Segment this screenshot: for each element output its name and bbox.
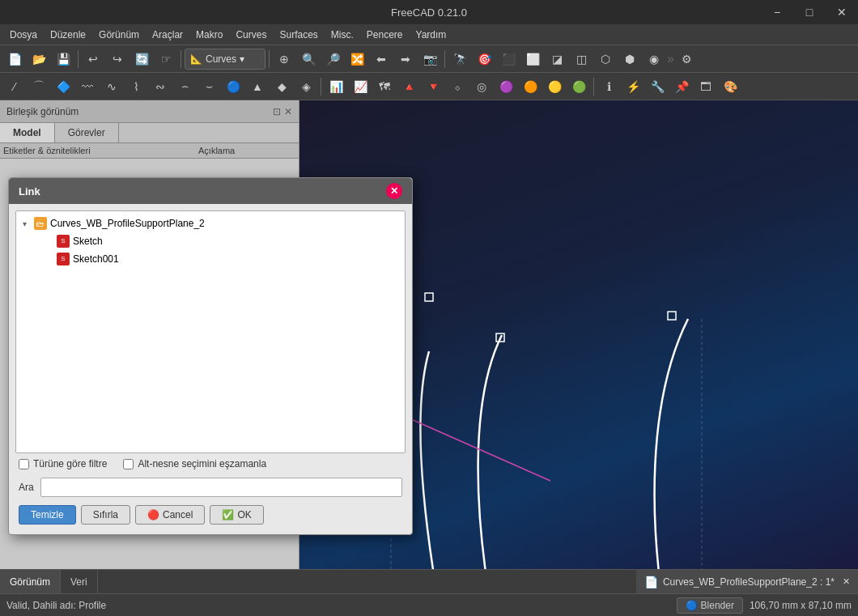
misc-btn-3[interactable]: 🔧 — [646, 75, 669, 98]
curve-btn-11[interactable]: ▲ — [246, 75, 269, 98]
col-header-desc: Açıklama — [198, 146, 295, 155]
bottom-tab-bar: Görünüm Veri 📄 Curves_WB_ProfileSupportP… — [0, 569, 858, 593]
tab-gorevler[interactable]: Görevler — [55, 123, 119, 142]
status-bar: Valid, Dahili adı: Profile 🔵 Blender 106… — [0, 593, 858, 616]
view-btn-5[interactable]: ◪ — [546, 48, 568, 70]
maximize-button[interactable]: □ — [793, 0, 826, 24]
tab-gorunum[interactable]: Görünüm — [0, 570, 61, 593]
sifirla-button[interactable]: Sıfırla — [81, 505, 130, 525]
close-button[interactable]: ✕ — [826, 0, 858, 24]
menu-duzenle[interactable]: Düzenle — [44, 27, 92, 43]
filter-checkbox[interactable] — [19, 459, 29, 469]
curve-btn-7[interactable]: ∾ — [149, 75, 172, 98]
modal-close-button[interactable]: ✕ — [386, 183, 402, 199]
nav-btn-3[interactable]: ➡ — [394, 48, 417, 70]
curve-btn-1[interactable]: ∕ — [3, 75, 26, 98]
doc-tab[interactable]: 📄 Curves_WB_ProfileSupportPlane_2 : 1* ✕ — [636, 570, 858, 593]
misc-btn-6[interactable]: 🎨 — [719, 75, 741, 98]
temizle-button[interactable]: Temizle — [19, 505, 76, 525]
curve-btn-13[interactable]: ◈ — [295, 75, 317, 98]
surf-btn-9[interactable]: 🟠 — [519, 75, 542, 98]
nav-btn-1[interactable]: 🔀 — [346, 48, 368, 70]
tab-model[interactable]: Model — [0, 123, 55, 142]
open-file-btn[interactable]: 📂 — [28, 48, 50, 70]
surf-btn-2[interactable]: 📈 — [349, 75, 372, 98]
extra-btn[interactable]: ⚙ — [676, 48, 699, 70]
view-btn-8[interactable]: ⬢ — [618, 48, 641, 70]
select-btn[interactable]: ⊕ — [273, 48, 295, 70]
cam-btn[interactable]: 📷 — [418, 48, 441, 70]
surf-btn-7[interactable]: ◎ — [470, 75, 493, 98]
menu-misc[interactable]: Misc. — [325, 27, 360, 43]
menu-dosya[interactable]: Dosya — [3, 27, 44, 43]
misc-btn-5[interactable]: 🗔 — [694, 75, 717, 98]
zoom-in-btn[interactable]: 🔎 — [321, 48, 344, 70]
sync-checkbox[interactable] — [123, 459, 134, 469]
tab-bar: Model Görevler — [0, 123, 299, 143]
tab-veri[interactable]: Veri — [61, 570, 98, 593]
doc-tab-close[interactable]: ✕ — [843, 576, 850, 587]
curve-btn-8[interactable]: ⌢ — [173, 75, 196, 98]
tab-veri-label: Veri — [70, 576, 87, 588]
menu-araclar[interactable]: Araçlar — [146, 27, 189, 43]
curve-btn-9[interactable]: ⌣ — [198, 75, 220, 98]
misc-btn-1[interactable]: ℹ — [597, 75, 620, 98]
search-input[interactable] — [40, 478, 402, 497]
view-btn-7[interactable]: ⬡ — [594, 48, 617, 70]
view-btn-2[interactable]: 🎯 — [473, 48, 495, 70]
panel-float-icon[interactable]: ⊡ — [273, 106, 281, 117]
left-panel: Birleşik görünüm ⊡ ✕ Model Görevler Etik… — [0, 100, 299, 569]
view-btn-1[interactable]: 🔭 — [448, 48, 471, 70]
surf-btn-6[interactable]: ⬦ — [446, 75, 469, 98]
redo-btn[interactable]: ↪ — [106, 48, 129, 70]
menu-makro[interactable]: Makro — [189, 27, 229, 43]
menu-gorunum[interactable]: Görünüm — [92, 27, 146, 43]
curve-btn-3[interactable]: 🔷 — [52, 75, 74, 98]
minimize-button[interactable]: − — [761, 0, 793, 24]
checkbox-row: Türüne göre filtre Alt-nesne seçimini eş… — [15, 453, 406, 474]
separator-2 — [181, 50, 181, 68]
tree-child-sketch001[interactable]: S Sketch001 — [42, 250, 401, 268]
view-btn-3[interactable]: ⬛ — [497, 48, 520, 70]
nav-btn-2[interactable]: ⬅ — [370, 48, 393, 70]
panel-close-icon[interactable]: ✕ — [284, 106, 292, 117]
menu-curves[interactable]: Curves — [229, 27, 273, 43]
curve-btn-12[interactable]: ◆ — [270, 75, 293, 98]
view-btn-4[interactable]: ⬜ — [521, 48, 544, 70]
surf-btn-5[interactable]: 🔻 — [422, 75, 444, 98]
surf-btn-4[interactable]: 🔺 — [397, 75, 420, 98]
tree-root-item[interactable]: ▾ 🗁 Curves_WB_ProfileSupportPlane_2 — [19, 215, 401, 232]
zoom-fit-btn[interactable]: 🔍 — [297, 48, 320, 70]
curve-btn-5[interactable]: ∿ — [100, 75, 123, 98]
menu-surfaces[interactable]: Surfaces — [273, 27, 324, 43]
misc-btn-4[interactable]: 📌 — [670, 75, 693, 98]
surf-btn-11[interactable]: 🟢 — [567, 75, 590, 98]
surf-btn-8[interactable]: 🟣 — [495, 75, 517, 98]
menu-yardim[interactable]: Yardım — [410, 27, 453, 43]
status-right: 🔵 Blender 106,70 mm x 87,10 mm — [677, 597, 852, 614]
filter-checkbox-label[interactable]: Türüne göre filtre — [19, 458, 107, 469]
view-btn-6[interactable]: ◫ — [570, 48, 593, 70]
curve-btn-2[interactable]: ⌒ — [28, 75, 50, 98]
save-btn[interactable]: 💾 — [52, 48, 74, 70]
pointer-btn[interactable]: ☞ — [155, 48, 177, 70]
menu-pencere[interactable]: Pencere — [360, 27, 410, 43]
refresh-btn[interactable]: 🔄 — [130, 48, 153, 70]
curve-btn-4[interactable]: 〰 — [76, 75, 99, 98]
cancel-button[interactable]: 🔴 Cancel — [135, 505, 205, 525]
surf-btn-3[interactable]: 🗺 — [373, 75, 396, 98]
folder-icon: 🗁 — [34, 217, 47, 230]
curve-btn-6[interactable]: ⌇ — [125, 75, 147, 98]
ok-button[interactable]: ✅ OK — [210, 505, 263, 525]
workbench-dropdown[interactable]: 📐 Curves ▾ — [185, 49, 265, 70]
tree-child-sketch[interactable]: S Sketch — [42, 232, 401, 250]
new-file-btn[interactable]: 📄 — [3, 48, 26, 70]
view-btn-9[interactable]: ◉ — [643, 48, 665, 70]
blender-button[interactable]: 🔵 Blender — [677, 597, 743, 614]
surf-btn-10[interactable]: 🟡 — [543, 75, 566, 98]
curve-btn-10[interactable]: 🔵 — [222, 75, 244, 98]
sync-checkbox-label[interactable]: Alt-nesne seçimini eşzamanla — [123, 458, 266, 469]
misc-btn-2[interactable]: ⚡ — [622, 75, 644, 98]
surf-btn-1[interactable]: 📊 — [325, 75, 347, 98]
undo-btn[interactable]: ↩ — [82, 48, 104, 70]
